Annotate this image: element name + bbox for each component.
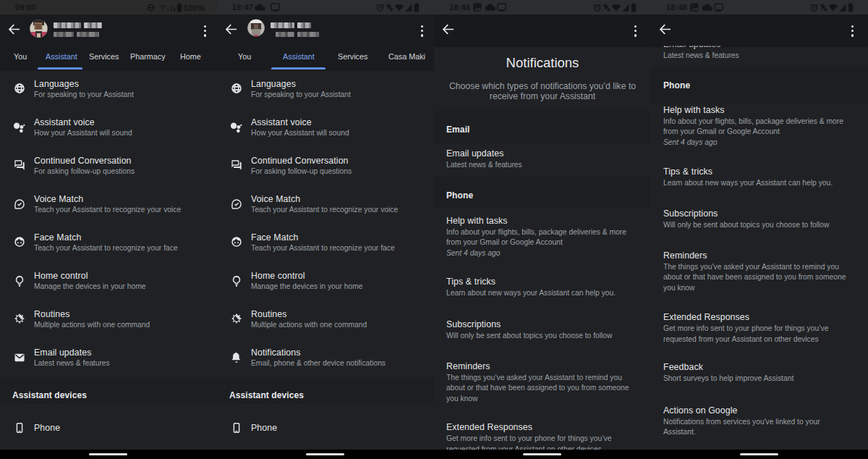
svg-text:100%: 100%: [184, 3, 205, 12]
